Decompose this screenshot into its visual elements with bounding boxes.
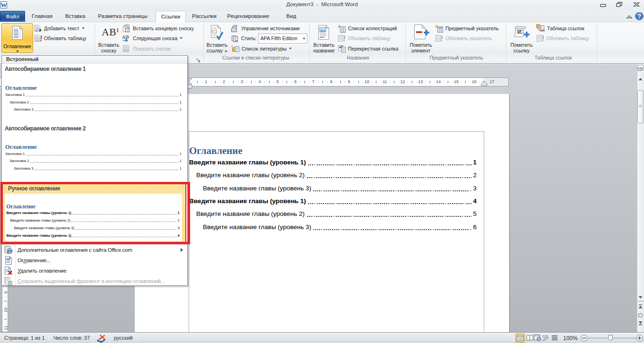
- svg-text:W: W: [1, 1, 7, 9]
- svg-text:1: 1: [128, 35, 130, 39]
- svg-text:?: ?: [637, 13, 641, 20]
- svg-text:i: i: [127, 28, 128, 32]
- svg-text:{~}: {~}: [212, 29, 217, 33]
